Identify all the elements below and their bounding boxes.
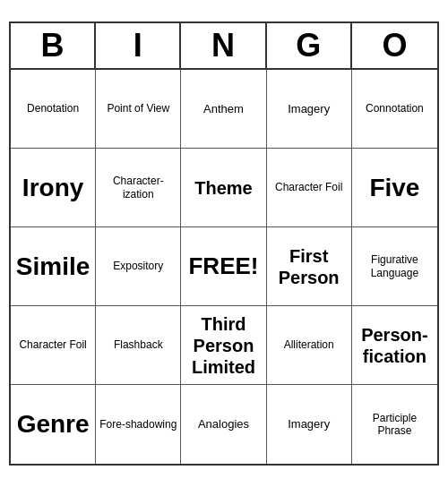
cell-text: Character Foil xyxy=(275,181,342,193)
bingo-cell: Character Foil xyxy=(11,306,96,385)
bingo-cell: Flashback xyxy=(96,306,181,385)
bingo-header: BINGO xyxy=(11,23,437,70)
cell-text: FREE! xyxy=(188,252,258,280)
cell-text: Irony xyxy=(22,173,83,203)
bingo-cell: Irony xyxy=(11,149,96,227)
bingo-cell: Character Foil xyxy=(267,149,352,227)
bingo-cell: Person-fication xyxy=(352,306,437,385)
bingo-cell: Imagery xyxy=(267,70,352,149)
bingo-cell: Expository xyxy=(96,227,181,306)
cell-text: Participle Phrase xyxy=(356,412,434,438)
cell-text: Person-fication xyxy=(356,324,434,367)
cell-text: Character Foil xyxy=(19,338,86,351)
cell-text: Character-ization xyxy=(99,175,177,201)
header-letter: N xyxy=(181,23,266,68)
bingo-cell: Anthem xyxy=(181,70,266,149)
bingo-cell: Simile xyxy=(11,227,96,306)
bingo-cell: FREE! xyxy=(181,227,266,306)
cell-text: Theme xyxy=(194,177,252,199)
bingo-cell: Fore-shadowing xyxy=(96,385,181,464)
bingo-cell: Figurative Language xyxy=(352,227,437,306)
cell-text: Expository xyxy=(113,260,163,272)
cell-text: Imagery xyxy=(288,417,330,431)
bingo-cell: Analogies xyxy=(181,385,266,464)
header-letter: B xyxy=(11,23,96,68)
bingo-cell: Theme xyxy=(181,149,266,227)
cell-text: Genre xyxy=(17,409,90,440)
bingo-card: BINGO DenotationPoint of ViewAnthemImage… xyxy=(9,21,439,466)
bingo-cell: Character-ization xyxy=(96,149,181,227)
bingo-grid: DenotationPoint of ViewAnthemImageryConn… xyxy=(11,70,437,464)
bingo-cell: Genre xyxy=(11,385,96,464)
cell-text: Imagery xyxy=(288,102,330,116)
cell-text: Five xyxy=(369,173,419,203)
cell-text: Anthem xyxy=(203,102,244,116)
bingo-cell: Denotation xyxy=(11,70,96,149)
cell-text: Third Person Limited xyxy=(185,313,262,378)
cell-text: Flashback xyxy=(114,338,163,351)
bingo-cell: First Person xyxy=(267,227,352,306)
header-letter: O xyxy=(352,23,437,68)
header-letter: I xyxy=(96,23,181,68)
bingo-cell: Five xyxy=(352,149,437,227)
cell-text: First Person xyxy=(271,245,348,288)
bingo-cell: Connotation xyxy=(352,70,437,149)
bingo-cell: Participle Phrase xyxy=(352,385,437,464)
bingo-cell: Alliteration xyxy=(267,306,352,385)
cell-text: Simile xyxy=(16,252,90,282)
cell-text: Connotation xyxy=(366,102,424,115)
bingo-cell: Third Person Limited xyxy=(181,306,266,385)
cell-text: Fore-shadowing xyxy=(99,418,177,431)
cell-text: Figurative Language xyxy=(356,253,434,279)
cell-text: Point of View xyxy=(107,102,169,115)
cell-text: Denotation xyxy=(27,102,79,115)
bingo-cell: Imagery xyxy=(267,385,352,464)
bingo-cell: Point of View xyxy=(96,70,181,149)
cell-text: Analogies xyxy=(198,417,249,431)
cell-text: Alliteration xyxy=(284,338,334,351)
header-letter: G xyxy=(267,23,352,68)
